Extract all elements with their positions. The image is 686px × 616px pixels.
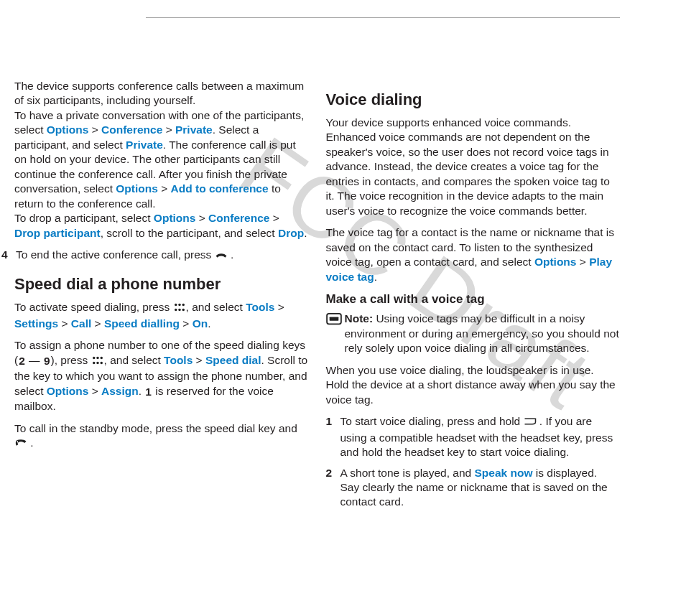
note-icon <box>326 312 345 355</box>
svg-point-7 <box>96 357 99 360</box>
speed-assign-sel: , and select <box>104 354 164 366</box>
side-tab: Make calls 23 <box>0 515 65 616</box>
svg-point-8 <box>100 357 103 360</box>
svg-point-3 <box>175 309 177 312</box>
link-options-4: Options <box>47 385 89 397</box>
sep-gt3: > <box>158 182 171 195</box>
link-tools: Tools <box>246 301 274 313</box>
sep-gt1: > <box>88 123 101 136</box>
conf-paragraph: The device supports conference calls bet… <box>14 79 308 241</box>
svg-point-4 <box>178 309 181 312</box>
svg-point-2 <box>182 304 185 307</box>
link-speak-now: Speak now <box>474 467 532 479</box>
step-2-text: A short tone is played, and Speak now is… <box>340 466 620 510</box>
sep-gt4: > <box>195 212 208 224</box>
note-row: Note: Using voice tags may be difficult … <box>326 312 620 355</box>
step-1-text: To start voice dialing, press and hold .… <box>340 414 620 459</box>
step-2-row: 2 A short tone is played, and Speak now … <box>326 466 620 510</box>
link-on: On <box>193 317 208 330</box>
voice-p2-b: . <box>374 271 377 283</box>
svg-point-5 <box>182 309 185 312</box>
link-private-2: Private <box>126 139 163 151</box>
speed-activate: To activate speed dialing, press , and s… <box>14 300 308 331</box>
heading-voice-dialing: Voice dialing <box>326 89 620 110</box>
dash: — <box>26 354 43 366</box>
svg-point-11 <box>100 362 103 365</box>
sep-gt12: > <box>576 256 589 268</box>
right-column: Voice dialing Your device supports enhan… <box>326 79 620 515</box>
right-softkey-icon <box>524 416 537 430</box>
step-1-a: To start voice dialing, press and hold <box>340 415 524 427</box>
speed-assign-d: . <box>139 385 145 397</box>
page-body: The device supports conference calls bet… <box>0 0 686 515</box>
step-2-a: A short tone is played, and <box>340 467 475 479</box>
heading-speed-dial: Speed dial a phone number <box>14 274 308 294</box>
speed-activate-period: . <box>208 317 210 330</box>
link-options-2: Options <box>116 182 158 195</box>
conf-drop-a: To drop a participant, select <box>14 212 154 224</box>
note-body: Using voice tags may be difficult in a n… <box>345 312 619 354</box>
link-call: Call <box>71 317 91 330</box>
conf-intro: The device supports conference calls bet… <box>14 80 304 106</box>
sep-gt7: > <box>58 317 71 330</box>
voice-p2: The voice tag for a contact is the name … <box>326 225 620 284</box>
link-add-to-conference: Add to conference <box>171 182 269 195</box>
speed-call-a: To call in the standby mode, press the s… <box>14 422 297 434</box>
step-4-text: To end the active conference call, press… <box>16 248 308 263</box>
link-speed-dialling: Speed dialling <box>104 317 180 330</box>
link-settings: Settings <box>14 317 58 330</box>
link-conference: Conference <box>101 123 162 136</box>
speed-activate-a: To activate speed dialing, press <box>14 301 173 313</box>
key-1-icon: 1 <box>144 385 152 399</box>
speed-call-period: . <box>30 437 33 449</box>
svg-point-1 <box>178 304 181 307</box>
link-options-3: Options <box>154 212 196 224</box>
menu-key-icon <box>173 302 186 316</box>
link-assign: Assign <box>101 385 139 397</box>
svg-rect-13 <box>329 317 338 321</box>
sep-gt5: > <box>269 212 279 224</box>
link-speed-dial: Speed dial <box>205 354 261 366</box>
svg-point-10 <box>96 362 99 365</box>
key-9-icon: 9 <box>43 354 51 368</box>
step-2-number: 2 <box>326 466 340 510</box>
voice-p3: When you use voice dialing, the loudspea… <box>326 363 620 407</box>
menu-key-icon-2 <box>91 355 104 369</box>
link-drop: Drop <box>278 227 304 239</box>
link-private: Private <box>175 123 213 136</box>
sep-gt10: > <box>193 354 205 366</box>
link-conference-2: Conference <box>208 212 269 224</box>
step-1-row: 1 To start voice dialing, press and hold… <box>326 414 620 459</box>
link-options-5: Options <box>534 256 577 268</box>
voice-p1: Your device supports enhanced voice comm… <box>326 116 620 218</box>
step-4-a: To end the active conference call, press <box>16 248 215 261</box>
svg-point-0 <box>175 304 177 307</box>
link-options: Options <box>47 123 89 136</box>
speed-assign: To assign a phone number to one of the s… <box>14 338 308 414</box>
heading-make-call-voice-tag: Make a call with a voice tag <box>326 291 620 307</box>
end-call-key-icon <box>215 249 228 263</box>
conf-drop-b: , scroll to the participant, and select <box>101 227 278 239</box>
note-text: Note: Using voice tags may be difficult … <box>345 312 620 355</box>
top-rule <box>146 17 620 18</box>
step-4-period: . <box>231 248 233 261</box>
conf-drop-c: . <box>304 227 307 239</box>
content-columns: The device supports conference calls bet… <box>0 79 619 515</box>
sep-gt8: > <box>91 317 104 330</box>
step-4-number: 4 <box>1 248 16 263</box>
key-2-icon: 2 <box>18 354 26 368</box>
left-column: The device supports conference calls bet… <box>14 79 308 515</box>
link-tools-2: Tools <box>164 354 193 366</box>
speed-call-standby: To call in the standby mode, press the s… <box>14 421 308 452</box>
sep-gt2: > <box>162 123 175 136</box>
speed-assign-b: ), press <box>51 354 91 366</box>
link-drop-participant: Drop participant <box>14 227 101 239</box>
call-key-icon <box>14 437 27 452</box>
step-4-row: 4 To end the active conference call, pre… <box>1 248 308 263</box>
sep-gt11: > <box>88 385 101 397</box>
sep-gt9: > <box>180 317 193 330</box>
svg-point-6 <box>93 357 96 360</box>
speed-activate-b: , and select <box>186 301 246 313</box>
step-1-number: 1 <box>326 414 340 459</box>
note-bold: Note: <box>345 312 374 325</box>
